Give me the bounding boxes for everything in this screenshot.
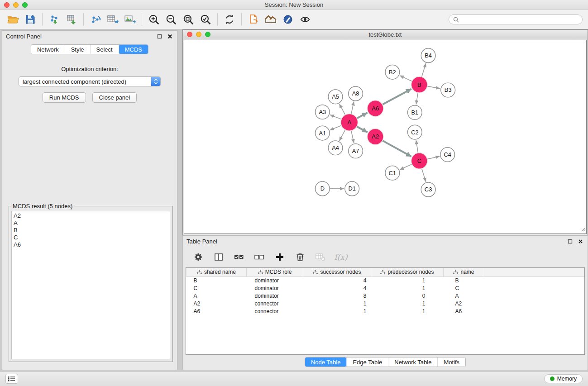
graph-node-A3[interactable]: A3: [315, 105, 330, 119]
graph-node-C3[interactable]: C3: [421, 182, 435, 197]
column-header-successor-nodes[interactable]: successor nodes: [303, 268, 371, 276]
tab-edge-table[interactable]: Edge Table: [346, 357, 388, 367]
table-cell[interactable]: A2: [186, 300, 247, 307]
task-history-button[interactable]: [5, 374, 18, 384]
float-table-panel-button[interactable]: [566, 238, 574, 245]
graph-edge-C-C1[interactable]: [400, 164, 412, 170]
mcds-result-item[interactable]: A2: [14, 212, 168, 219]
graph-edge-B-B2[interactable]: [400, 76, 412, 81]
table-cell[interactable]: 1: [371, 284, 444, 292]
table-row[interactable]: A2connector11A2: [186, 300, 584, 307]
graph-node-B2[interactable]: B2: [385, 65, 400, 79]
zoom-fit-button[interactable]: [180, 11, 197, 28]
table-cell[interactable]: dominator: [247, 276, 303, 284]
export-table-button[interactable]: [104, 11, 121, 28]
close-panel-button[interactable]: Close panel: [92, 92, 137, 103]
table-cell[interactable]: 1: [371, 300, 444, 307]
graph-edge-C-C4[interactable]: [427, 156, 440, 159]
graph-edge-A-A2[interactable]: [357, 126, 368, 132]
graph-edge-A6-B[interactable]: [382, 89, 411, 105]
create-column-button[interactable]: [273, 251, 286, 263]
import-network-button[interactable]: [46, 11, 63, 28]
table-cell[interactable]: B: [444, 276, 484, 284]
table-cell[interactable]: 1: [371, 307, 444, 315]
minimize-window-button[interactable]: [13, 2, 19, 8]
column-header-shared-name[interactable]: shared name: [186, 268, 247, 276]
table-cell[interactable]: connector: [247, 307, 303, 315]
network-canvas[interactable]: AA6A2BCA5A8A3A1A4A7B2B4B3B1C2C4C1C3DD1: [184, 40, 587, 234]
float-control-panel-button[interactable]: [156, 33, 163, 40]
graph-edge-A-A3[interactable]: [330, 115, 341, 119]
table-cell[interactable]: A6: [186, 307, 247, 315]
graph-node-A5[interactable]: A5: [328, 90, 343, 104]
memory-button[interactable]: Memory: [544, 374, 583, 383]
show-graphics-details-button[interactable]: [296, 11, 314, 28]
annotations-button[interactable]: [279, 11, 296, 28]
save-session-button[interactable]: [22, 11, 39, 28]
network-graph[interactable]: AA6A2BCA5A8A3A1A4A7B2B4B3B1C2C4C1C3DD1: [184, 40, 586, 234]
table-cell[interactable]: connector: [247, 300, 303, 307]
graph-edge-A-A1[interactable]: [330, 125, 341, 130]
graph-node-A6[interactable]: A6: [367, 100, 383, 117]
graph-edge-B-B3[interactable]: [427, 86, 440, 88]
mcds-result-item[interactable]: A6: [14, 241, 168, 248]
table-cell[interactable]: dominator: [247, 284, 303, 292]
table-cell[interactable]: 4: [303, 284, 371, 292]
table-cell[interactable]: A6: [444, 307, 484, 315]
open-session-button[interactable]: [5, 11, 22, 28]
graph-node-A8[interactable]: A8: [349, 86, 363, 101]
select-all-rows-button[interactable]: [233, 251, 245, 263]
function-builder-button[interactable]: f(x): [335, 251, 347, 263]
table-cell[interactable]: A: [444, 292, 484, 300]
graph-node-D[interactable]: D: [315, 181, 330, 196]
table-cell[interactable]: 1: [303, 307, 371, 315]
search-input[interactable]: [461, 16, 578, 23]
graph-node-A1[interactable]: A1: [315, 126, 330, 140]
graph-edge-A2-C[interactable]: [382, 141, 411, 157]
graph-edge-A-A7[interactable]: [351, 131, 354, 143]
table-cell[interactable]: A: [186, 292, 247, 300]
table-cell[interactable]: 1: [371, 276, 444, 284]
graph-edge-B-B1[interactable]: [416, 93, 418, 105]
zoom-in-button[interactable]: [145, 11, 163, 28]
home-button[interactable]: [262, 11, 279, 28]
graph-node-C1[interactable]: C1: [385, 166, 400, 180]
zoom-out-button[interactable]: [163, 11, 180, 28]
table-options-button[interactable]: [192, 251, 205, 263]
table-row[interactable]: Bdominator41B: [186, 276, 584, 284]
column-header-predecessor-nodes[interactable]: predecessor nodes: [371, 268, 444, 276]
document-export-button[interactable]: [245, 11, 262, 28]
criterion-dropdown[interactable]: largest connected component (directed): [19, 76, 161, 86]
run-mcds-button[interactable]: Run MCDS: [43, 92, 86, 103]
graph-node-B4[interactable]: B4: [421, 48, 435, 63]
delete-table-button[interactable]: [314, 251, 327, 263]
table-cell[interactable]: 4: [303, 276, 371, 284]
graph-node-C4[interactable]: C4: [440, 148, 455, 162]
tab-network[interactable]: Network: [31, 45, 65, 54]
tab-network-table[interactable]: Network Table: [388, 357, 437, 367]
tab-mcds[interactable]: MCDS: [119, 45, 148, 54]
table-cell[interactable]: 8: [303, 292, 371, 300]
tab-node-table[interactable]: Node Table: [305, 357, 347, 367]
export-image-button[interactable]: [121, 11, 139, 28]
column-header-name[interactable]: name: [444, 268, 484, 276]
graph-edge-C-C3[interactable]: [422, 169, 426, 182]
close-window-button[interactable]: [4, 2, 10, 8]
graph-node-B[interactable]: B: [411, 76, 427, 93]
delete-columns-button[interactable]: [294, 251, 306, 263]
close-control-panel-button[interactable]: [166, 33, 173, 40]
mcds-result-item[interactable]: C: [14, 234, 168, 241]
graph-node-B1[interactable]: B1: [408, 105, 422, 120]
table-row[interactable]: Cdominator41C: [186, 284, 584, 292]
import-table-button[interactable]: [63, 11, 80, 28]
graph-node-A2[interactable]: A2: [367, 129, 383, 145]
export-network-button[interactable]: [87, 11, 104, 28]
zoom-network-window-button[interactable]: [205, 32, 210, 37]
table-cell[interactable]: dominator: [247, 292, 303, 300]
table-row[interactable]: Adominator80A: [186, 292, 584, 300]
graph-node-A[interactable]: A: [341, 114, 358, 131]
table-cell[interactable]: 1: [303, 300, 371, 307]
minimize-network-window-button[interactable]: [196, 32, 201, 37]
table-cell[interactable]: A2: [444, 300, 484, 307]
graph-edge-C-C2[interactable]: [416, 140, 418, 153]
